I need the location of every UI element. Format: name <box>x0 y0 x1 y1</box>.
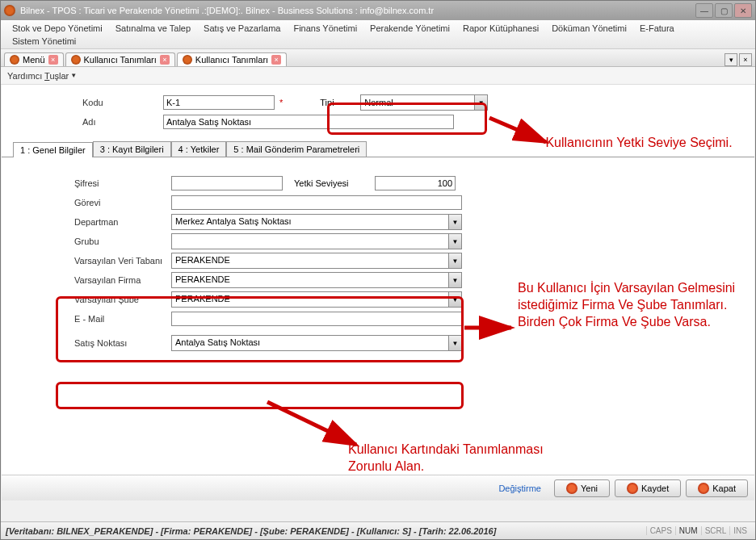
yeni-label: Yeni <box>581 483 598 493</box>
kodu-input[interactable] <box>163 95 275 110</box>
tab-dropdown-button[interactable]: ▾ <box>724 53 737 66</box>
adi-input[interactable] <box>163 115 454 129</box>
detail-form: Şifresi Yetki Seviyesi Görevi Departman … <box>2 157 754 369</box>
tipi-dropdown[interactable]: ▼ <box>360 94 488 111</box>
yetki-input[interactable] <box>375 176 456 190</box>
departman-label: Departman <box>10 217 171 227</box>
num-indicator: NUM <box>675 526 701 535</box>
chevron-down-icon[interactable]: ▼ <box>448 273 461 287</box>
sn-label: Satış Noktası <box>10 338 171 348</box>
document-tabs: Menü × Kullanıcı Tanımları × Kullanıcı T… <box>1 49 755 67</box>
annotation-text-2: Bu Kullanıcı İçin Varsayılan Gelmesini i… <box>518 280 744 330</box>
tab-icon <box>10 55 19 65</box>
tab-icon <box>71 55 81 65</box>
menu-efatura[interactable]: E-Fatura <box>633 22 681 35</box>
menu-rapor[interactable]: Rapor Kütüphanesi <box>456 22 545 35</box>
menubar: Stok ve Depo Yönetimi Satınalma ve Talep… <box>1 20 755 49</box>
chevron-down-icon[interactable]: ▼ <box>474 95 487 110</box>
sifresi-input[interactable] <box>171 176 283 190</box>
vvt-dropdown[interactable]: PERAKENDE ▼ <box>171 253 462 269</box>
minimize-button[interactable]: — <box>695 3 713 18</box>
vf-value: PERAKENDE <box>172 273 448 287</box>
chevron-down-icon[interactable]: ▼ <box>448 336 461 350</box>
tab-label: Kullanıcı Tanımları <box>84 55 157 65</box>
ins-indicator: INS <box>729 526 750 535</box>
tab-kullanici-2[interactable]: Kullanıcı Tanımları × <box>177 52 287 66</box>
tab-kullanici-1[interactable]: Kullanıcı Tanımları × <box>65 52 175 66</box>
kodu-label: Kodu <box>2 98 163 107</box>
chevron-down-icon[interactable]: ▼ <box>448 234 461 249</box>
scrl-indicator: SCRL <box>701 526 730 535</box>
sn-value: Antalya Satış Noktası <box>172 336 448 350</box>
grubu-label: Grubu <box>10 237 171 246</box>
menu-satinalma[interactable]: Satınalma ve Talep <box>109 22 197 35</box>
maximize-button[interactable]: ▢ <box>715 3 733 18</box>
menu-satis[interactable]: Satış ve Pazarlama <box>197 22 287 35</box>
tab-close-icon[interactable]: × <box>48 55 58 65</box>
kapat-button[interactable]: Kapat <box>686 479 748 497</box>
menu-perakende[interactable]: Perakende Yönetimi <box>363 22 456 35</box>
tab-label: Menü <box>23 55 45 65</box>
menu-dokuman[interactable]: Döküman Yönetimi <box>545 22 633 35</box>
grubu-dropdown[interactable]: ▼ <box>171 233 462 249</box>
chevron-down-icon: ▼ <box>70 72 77 79</box>
tab-close-all-button[interactable]: × <box>739 53 752 66</box>
gorevi-input[interactable] <box>171 195 462 210</box>
departman-dropdown[interactable]: Merkez Antalya Satış Noktası ▼ <box>171 214 462 230</box>
app-icon <box>4 5 15 16</box>
inner-tab-genel[interactable]: 1 : Genel Bilgiler <box>13 142 93 157</box>
tab-label: Kullanıcı Tanımları <box>195 55 268 65</box>
annotation-text-3: Kullanıcı Kartındaki Tanımlanması Zorunl… <box>348 442 590 475</box>
tab-menu[interactable]: Menü × <box>4 52 64 66</box>
chevron-down-icon[interactable]: ▼ <box>448 292 461 307</box>
vs-label: Varsayılan Şube <box>10 295 171 304</box>
tipi-value[interactable] <box>361 96 474 109</box>
departman-value: Merkez Antalya Satış Noktası <box>172 215 448 229</box>
sn-dropdown[interactable]: Antalya Satış Noktası ▼ <box>171 335 462 351</box>
inner-tab-mail[interactable]: 5 : Mail Gönderim Parametreleri <box>226 141 367 157</box>
yetki-label: Yetki Seviyesi <box>294 178 375 188</box>
vvt-label: Varsayılan Veri Tabanı <box>10 256 171 266</box>
chevron-down-icon[interactable]: ▼ <box>448 215 461 229</box>
window-title: Bilnex - TPOS : Ticari ve Perakende Yöne… <box>20 6 695 15</box>
required-icon: * <box>279 98 283 107</box>
menu-finans[interactable]: Finans Yönetimi <box>287 22 363 35</box>
vs-dropdown[interactable]: PERAKENDE ▼ <box>171 291 462 308</box>
aux-toolbar-label: Yardımcı Tuşlar <box>7 71 69 81</box>
adi-label: Adı <box>2 117 163 127</box>
header-form: Kodu * Tipi ▼ Adı <box>2 85 754 138</box>
action-bar: Değiştirme Yeni Kaydet Kapat <box>2 475 754 500</box>
annotation-text-1: Kullanıcının Yetki Seviye Seçimi. <box>542 135 736 152</box>
inner-tab-yetkiler[interactable]: 4 : Yetkiler <box>171 141 227 157</box>
vf-label: Varsayılan Firma <box>10 275 171 285</box>
kapat-label: Kapat <box>712 483 736 493</box>
tab-close-icon[interactable]: × <box>271 55 281 65</box>
status-text: [Veritabanı: BILNEX_PERAKENDE] - [Firma:… <box>6 526 646 536</box>
sifresi-label: Şifresi <box>10 178 171 188</box>
save-icon <box>627 483 638 494</box>
menu-stok[interactable]: Stok ve Depo Yönetimi <box>6 22 109 35</box>
vvt-value: PERAKENDE <box>172 253 448 268</box>
chevron-down-icon[interactable]: ▼ <box>448 253 461 268</box>
degistirme-link[interactable]: Değiştirme <box>498 483 541 493</box>
close-button[interactable]: ✕ <box>734 3 752 18</box>
kaydet-label: Kaydet <box>641 483 669 493</box>
tipi-label: Tipi <box>320 98 360 107</box>
caps-indicator: CAPS <box>646 526 675 535</box>
tab-icon <box>183 55 192 65</box>
yeni-button[interactable]: Yeni <box>554 479 610 497</box>
vf-dropdown[interactable]: PERAKENDE ▼ <box>171 272 462 288</box>
menu-sistem[interactable]: Sistem Yönetimi <box>6 35 750 48</box>
new-icon <box>566 483 578 494</box>
inner-tab-kayit[interactable]: 3 : Kayıt Bilgileri <box>93 141 171 157</box>
statusbar: [Veritabanı: BILNEX_PERAKENDE] - [Firma:… <box>1 521 755 539</box>
email-input[interactable] <box>171 312 462 326</box>
grubu-value <box>172 234 448 249</box>
aux-toolbar[interactable]: Yardımcı Tuşlar ▼ <box>1 67 755 85</box>
gorevi-label: Görevi <box>10 198 171 207</box>
close-icon <box>698 483 709 494</box>
tab-close-icon[interactable]: × <box>160 55 170 65</box>
kaydet-button[interactable]: Kaydet <box>615 479 681 497</box>
vs-value: PERAKENDE <box>172 292 448 307</box>
email-label: E - Mail <box>10 314 171 324</box>
